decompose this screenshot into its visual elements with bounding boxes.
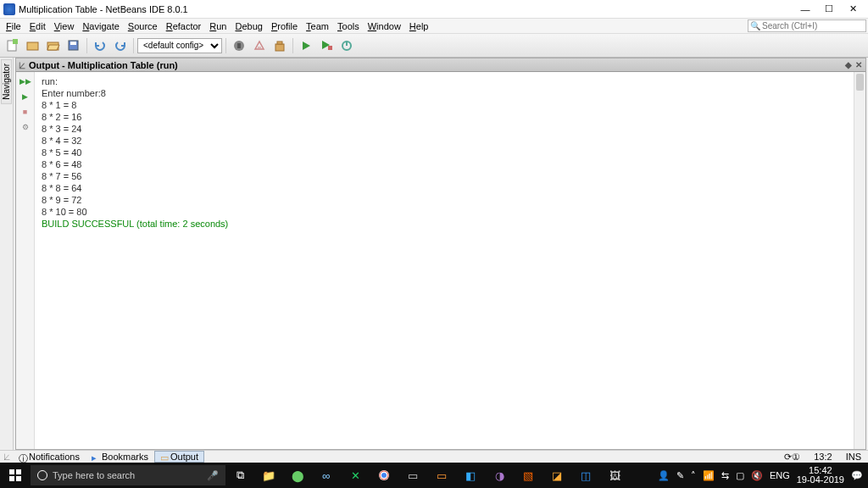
search-field-wrap[interactable]: 🔍 xyxy=(748,19,866,32)
taskbar-app-11[interactable]: ◪ xyxy=(542,463,571,488)
windows-taskbar: Type here to search 🎤 ⧉ 📁 ⬤ ∞ ✕ ▭ ▭ ◧ ◑ … xyxy=(0,463,868,488)
tray-wifi-icon[interactable]: ⇆ xyxy=(721,470,729,481)
config-select[interactable]: <default config> xyxy=(137,38,222,53)
output-line: 8 * 6 = 48 xyxy=(42,158,847,170)
output-line: 8 * 1 = 8 xyxy=(42,99,847,111)
output-content[interactable]: run:Enter number:88 * 1 = 88 * 2 = 168 *… xyxy=(35,72,854,449)
taskbar-app-1[interactable]: 📁 xyxy=(254,463,283,488)
restore-icon[interactable]: ⟀ xyxy=(19,60,25,70)
notifications-label: Notifications xyxy=(29,452,80,462)
menu-edit[interactable]: Edit xyxy=(25,21,50,31)
bookmarks-tab[interactable]: ▸ Bookmarks xyxy=(86,451,154,463)
taskbar-app-8[interactable]: ◧ xyxy=(456,463,485,488)
taskbar-app-4[interactable]: ✕ xyxy=(341,463,370,488)
output-gutter: ▶▶ ▶ ■ ⚙ xyxy=(16,72,35,449)
tray-lang[interactable]: ENG xyxy=(770,470,790,480)
tray-battery-icon[interactable]: ▢ xyxy=(736,470,744,481)
build-button[interactable] xyxy=(230,36,248,55)
taskbar-app-9[interactable]: ◑ xyxy=(485,463,514,488)
svg-rect-14 xyxy=(16,476,21,481)
output-line: BUILD SUCCESSFUL (total time: 2 seconds) xyxy=(42,218,847,230)
taskbar-search-placeholder: Type here to search xyxy=(53,470,135,480)
wrap-icon[interactable]: ⚙ xyxy=(19,121,31,133)
app-icon xyxy=(3,3,15,15)
taskbar-app-7[interactable]: ▭ xyxy=(427,463,456,488)
menu-tools[interactable]: Tools xyxy=(333,21,364,31)
save-all-button[interactable] xyxy=(64,36,83,55)
tray-expand-icon[interactable]: ˄ xyxy=(691,470,696,481)
svg-rect-1 xyxy=(13,39,18,44)
output-tab[interactable]: ▭ Output xyxy=(154,451,204,463)
menu-navigate[interactable]: Navigate xyxy=(78,21,123,31)
output-line: 8 * 8 = 64 xyxy=(42,182,847,194)
rerun2-icon[interactable]: ▶ xyxy=(19,91,31,103)
search-input[interactable] xyxy=(762,21,864,30)
info-icon: ⓘ xyxy=(19,452,27,461)
tray-network-icon[interactable]: 📶 xyxy=(703,470,715,481)
expand-icon[interactable]: ⟀ xyxy=(2,452,13,462)
updates-icon[interactable]: ⟳① xyxy=(784,452,800,463)
output-line: 8 * 4 = 32 xyxy=(42,135,847,147)
output-scrollbar[interactable] xyxy=(854,72,865,449)
menu-window[interactable]: Window xyxy=(364,21,405,31)
insert-mode: INS xyxy=(846,452,861,462)
taskbar-app-10[interactable]: ▧ xyxy=(514,463,542,488)
maximize-button[interactable]: ☐ xyxy=(817,2,841,17)
taskbar-app-2[interactable]: ⬤ xyxy=(283,463,312,488)
new-project-button[interactable] xyxy=(24,36,42,55)
taskbar-app-5[interactable] xyxy=(370,463,398,488)
menu-profile[interactable]: Profile xyxy=(267,21,302,31)
bookmark-icon: ▸ xyxy=(92,452,100,461)
navigator-tab[interactable]: Navigator xyxy=(1,59,12,104)
start-button[interactable] xyxy=(0,463,31,488)
menu-file[interactable]: File xyxy=(2,21,25,31)
mic-icon[interactable]: 🎤 xyxy=(207,470,219,481)
clean-build-button[interactable] xyxy=(250,36,269,55)
tray-volume-icon[interactable]: 🔇 xyxy=(751,470,763,481)
tray-ink-icon[interactable]: ✎ xyxy=(676,470,684,481)
output-icon: ▭ xyxy=(160,452,169,461)
svg-rect-13 xyxy=(9,476,14,481)
menu-team[interactable]: Team xyxy=(302,21,333,31)
stop-icon[interactable]: ■ xyxy=(19,106,31,118)
output-line: 8 * 5 = 40 xyxy=(42,147,847,158)
menu-help[interactable]: Help xyxy=(405,21,433,31)
svg-point-17 xyxy=(381,473,387,478)
taskbar-app-6[interactable]: ▭ xyxy=(398,463,427,488)
output-max-icon[interactable]: ◆ xyxy=(845,60,852,69)
debug-button[interactable] xyxy=(317,36,336,55)
taskbar-app-12[interactable]: ◫ xyxy=(571,463,600,488)
rerun-icon[interactable]: ▶▶ xyxy=(19,75,31,87)
svg-rect-2 xyxy=(27,42,38,50)
close-button[interactable]: ✕ xyxy=(841,2,865,17)
tray-clock[interactable]: 15:42 19-04-2019 xyxy=(797,466,844,485)
taskbar-search[interactable]: Type here to search 🎤 xyxy=(31,465,225,485)
menu-run[interactable]: Run xyxy=(205,21,231,31)
taskbar-app-13[interactable]: 🖼 xyxy=(600,463,629,488)
new-file-button[interactable] xyxy=(3,36,22,55)
notifications-tab[interactable]: ⓘ Notifications xyxy=(13,451,86,463)
menu-source[interactable]: Source xyxy=(124,21,162,31)
system-tray: 👤 ✎ ˄ 📶 ⇆ ▢ 🔇 ENG 15:42 19-04-2019 💬 xyxy=(653,466,868,485)
taskbar-app-3[interactable]: ∞ xyxy=(312,463,341,488)
menu-view[interactable]: View xyxy=(50,21,79,31)
menu-refactor[interactable]: Refactor xyxy=(162,21,206,31)
undo-button[interactable] xyxy=(91,36,109,55)
run-button[interactable] xyxy=(297,36,315,55)
svg-rect-9 xyxy=(328,46,332,50)
menu-debug[interactable]: Debug xyxy=(231,21,266,31)
redo-button[interactable] xyxy=(111,36,130,55)
clean-button[interactable] xyxy=(270,36,289,55)
tray-people-icon[interactable]: 👤 xyxy=(658,470,670,481)
bookmarks-label: Bookmarks xyxy=(102,452,148,462)
cursor-pos: 13:2 xyxy=(814,452,832,462)
profile-button[interactable] xyxy=(337,36,356,55)
output-line: 8 * 10 = 80 xyxy=(42,206,847,218)
tray-notifications-icon[interactable]: 💬 xyxy=(851,470,863,481)
svg-rect-8 xyxy=(277,42,282,44)
task-view-button[interactable]: ⧉ xyxy=(225,463,254,488)
minimize-button[interactable]: — xyxy=(793,2,817,17)
output-close-icon[interactable]: ✕ xyxy=(855,60,862,69)
open-button[interactable] xyxy=(44,36,63,55)
toolbar: <default config> xyxy=(0,34,868,58)
